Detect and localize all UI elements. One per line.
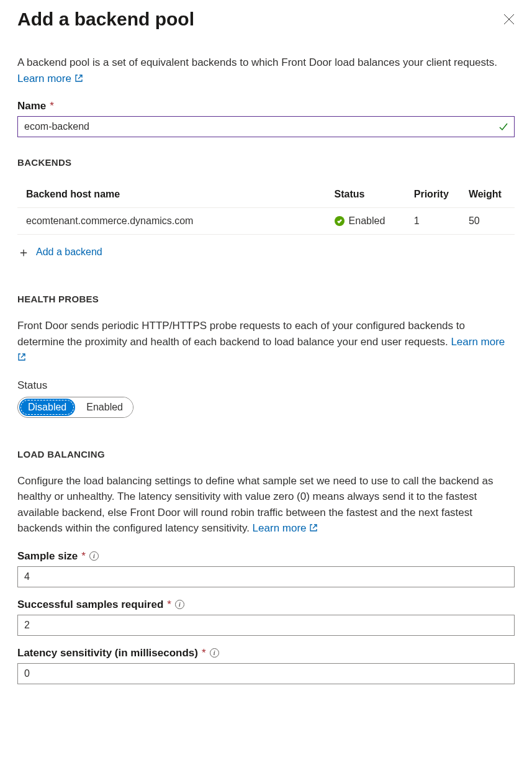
cell-status: Enabled xyxy=(326,208,405,235)
name-label: Name* xyxy=(17,100,515,112)
add-backend-button[interactable]: ＋ Add a backend xyxy=(17,246,102,258)
required-asterisk: * xyxy=(81,550,86,563)
page-title: Add a backend pool xyxy=(17,9,194,30)
backends-section-header: BACKENDS xyxy=(17,157,515,168)
latency-input[interactable] xyxy=(17,663,515,684)
add-backend-label: Add a backend xyxy=(36,247,102,258)
close-icon[interactable] xyxy=(503,14,515,25)
health-status-label: Status xyxy=(17,379,515,392)
valid-check-icon xyxy=(498,122,508,132)
col-weight: Weight xyxy=(460,181,515,208)
status-enabled-icon xyxy=(335,216,345,226)
required-asterisk: * xyxy=(50,100,54,112)
info-icon[interactable]: i xyxy=(175,600,184,609)
required-asterisk: * xyxy=(202,647,206,659)
intro-description: A backend pool is a set of equivalent ba… xyxy=(17,55,515,86)
health-status-toggle[interactable]: Disabled Enabled xyxy=(17,397,133,418)
toggle-disabled[interactable]: Disabled xyxy=(19,399,75,416)
health-probes-description: Front Door sends periodic HTTP/HTTPS pro… xyxy=(17,318,515,366)
required-asterisk: * xyxy=(167,599,171,611)
toggle-enabled[interactable]: Enabled xyxy=(76,397,133,417)
intro-learn-more-link[interactable]: Learn more xyxy=(17,73,83,84)
info-icon[interactable]: i xyxy=(89,551,99,561)
load-balancing-section-header: LOAD BALANCING xyxy=(17,449,515,459)
latency-label: Latency sensitivity (in milliseconds)* i xyxy=(17,647,515,659)
cell-priority: 1 xyxy=(405,208,460,235)
intro-text: A backend pool is a set of equivalent ba… xyxy=(17,57,497,68)
health-probes-section-header: HEALTH PROBES xyxy=(17,294,515,304)
backends-table: Backend host name Status Priority Weight… xyxy=(17,181,515,235)
info-icon[interactable]: i xyxy=(210,648,219,658)
sample-size-input[interactable] xyxy=(17,566,515,587)
successful-samples-input[interactable] xyxy=(17,615,515,636)
col-priority: Priority xyxy=(405,181,460,208)
name-input[interactable] xyxy=(17,116,515,137)
cell-weight: 50 xyxy=(460,208,515,235)
external-link-icon xyxy=(17,353,26,361)
col-status: Status xyxy=(326,181,405,208)
external-link-icon xyxy=(309,523,318,532)
plus-icon: ＋ xyxy=(17,246,30,258)
table-row[interactable]: ecomtenant.commerce.dynamics.com Enabled… xyxy=(17,208,515,235)
lb-learn-more-link[interactable]: Learn more xyxy=(253,522,318,534)
load-balancing-description: Configure the load balancing settings to… xyxy=(17,473,515,536)
external-link-icon xyxy=(74,74,83,83)
sample-size-label: Sample size* i xyxy=(17,550,515,563)
cell-host: ecomtenant.commerce.dynamics.com xyxy=(17,208,326,235)
col-host: Backend host name xyxy=(17,181,326,208)
successful-samples-label: Successful samples required* i xyxy=(17,599,515,611)
